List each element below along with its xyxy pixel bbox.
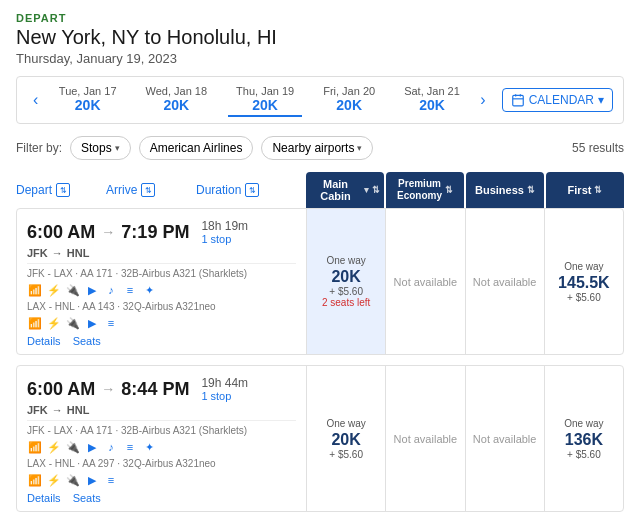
detail2-0: LAX - HNL · AA 143 · 32Q-Airbus A321neo [27, 301, 296, 312]
flight-info-1: 6:00 AM → 8:44 PM 19h 44m 1 stop JFK → H… [17, 366, 307, 511]
first-header[interactable]: First ⇅ [546, 172, 624, 208]
usb-icon: 🔌 [65, 282, 81, 298]
date-points-4: 20K [404, 97, 460, 113]
depart-label: DEPART [16, 12, 624, 24]
cabin-headers: Main Cabin ▾ ⇅ PremiumEconomy ⇅ Business… [306, 172, 624, 208]
date-label-3: Fri, Jan 20 [323, 85, 375, 97]
first-price-fee-1: + $5.60 [567, 449, 601, 460]
business-cell-0: Not available [466, 209, 545, 354]
route-date: Thursday, January 19, 2023 [16, 51, 624, 66]
flight-col-headers: Depart ⇅ Arrive ⇅ Duration ⇅ [16, 172, 306, 208]
arrive-time-0: 7:19 PM [121, 222, 189, 243]
depart-airport-1: JFK [27, 404, 48, 416]
power-icon: ⚡ [46, 472, 62, 488]
date-points-1: 20K [146, 97, 208, 113]
duration-col-header[interactable]: Duration ⇅ [196, 178, 296, 202]
main-price-amount-1: 20K [331, 431, 360, 449]
first-cell-1[interactable]: One way 136K + $5.60 [545, 366, 623, 511]
seat-icon: ≡ [103, 315, 119, 331]
date-next-arrow[interactable]: › [474, 91, 491, 109]
main-price-label-1: One way [326, 418, 365, 429]
seats-link-0[interactable]: Seats [73, 335, 101, 348]
flights-container: 6:00 AM → 7:19 PM 18h 19m 1 stop JFK → H… [16, 208, 624, 512]
stops-filter[interactable]: Stops ▾ [70, 136, 131, 160]
duration-0: 18h 19m [201, 219, 248, 233]
music-icon: ♪ [103, 282, 119, 298]
depart-col-header[interactable]: Depart ⇅ [16, 178, 106, 202]
food-icon: ✦ [141, 439, 157, 455]
cabin-cells-1: One way 20K + $5.60 Not available Not av… [307, 366, 623, 511]
date-item-3[interactable]: Fri, Jan 2020K [315, 83, 383, 117]
date-prev-arrow[interactable]: ‹ [27, 91, 44, 109]
date-item-1[interactable]: Wed, Jan 1820K [138, 83, 216, 117]
premium-economy-header[interactable]: PremiumEconomy ⇅ [386, 172, 464, 208]
first-price-fee-0: + $5.60 [567, 292, 601, 303]
usb-icon: 🔌 [65, 439, 81, 455]
premium-unavailable-1: Not available [394, 433, 458, 445]
first-sort-icon: ⇅ [594, 185, 602, 195]
amenities1-0: 📶⚡🔌▶♪≡✦ [27, 282, 296, 298]
premium-cell-0: Not available [386, 209, 465, 354]
video-icon: ▶ [84, 439, 100, 455]
filter-bar: Filter by: Stops ▾ American Airlines Nea… [16, 136, 624, 160]
power-icon: ⚡ [46, 282, 62, 298]
date-label-1: Wed, Jan 18 [146, 85, 208, 97]
airline-filter[interactable]: American Airlines [139, 136, 254, 160]
flight-row-0: 6:00 AM → 7:19 PM 18h 19m 1 stop JFK → H… [16, 208, 624, 355]
nearby-filter[interactable]: Nearby airports ▾ [261, 136, 373, 160]
details-link-1[interactable]: Details [27, 492, 61, 505]
duration-sort-icon: ⇅ [245, 183, 259, 197]
first-cell-0[interactable]: One way 145.5K + $5.60 [545, 209, 623, 354]
duration-1: 19h 44m [201, 376, 248, 390]
date-label-2: Thu, Jan 19 [236, 85, 294, 97]
amenities2-1: 📶⚡🔌▶≡ [27, 472, 296, 488]
duration-col-label: Duration [196, 183, 241, 197]
business-unavailable-0: Not available [473, 276, 537, 288]
airline-label: American Airlines [150, 141, 243, 155]
date-item-0[interactable]: Tue, Jan 1720K [51, 83, 125, 117]
date-points-2: 20K [236, 97, 294, 113]
filter-by-label: Filter by: [16, 141, 62, 155]
main-cabin-cell-1[interactable]: One way 20K + $5.60 [307, 366, 386, 511]
seat-icon: ≡ [122, 439, 138, 455]
seats-link-1[interactable]: Seats [73, 492, 101, 505]
first-price-label-1: One way [564, 418, 603, 429]
business-cell-1: Not available [466, 366, 545, 511]
nearby-label: Nearby airports [272, 141, 354, 155]
first-price-label-0: One way [564, 261, 603, 272]
date-item-2[interactable]: Thu, Jan 1920K [228, 83, 302, 117]
calendar-button[interactable]: CALENDAR ▾ [502, 88, 613, 112]
arrive-col-header[interactable]: Arrive ⇅ [106, 178, 196, 202]
flight-info-0: 6:00 AM → 7:19 PM 18h 19m 1 stop JFK → H… [17, 209, 307, 354]
stops-label: Stops [81, 141, 112, 155]
arrive-col-label: Arrive [106, 183, 137, 197]
power-icon: ⚡ [46, 439, 62, 455]
main-sort-icon2: ⇅ [372, 185, 380, 195]
date-label-0: Tue, Jan 17 [59, 85, 117, 97]
cabin-cells-0: One way 20K + $5.60 2 seats left Not ava… [307, 209, 623, 354]
date-nav: ‹ Tue, Jan 1720KWed, Jan 1820KThu, Jan 1… [16, 76, 624, 124]
seat-icon: ≡ [122, 282, 138, 298]
main-price-fee-0: + $5.60 [329, 286, 363, 297]
business-header[interactable]: Business ⇅ [466, 172, 544, 208]
wifi-icon: 📶 [27, 282, 43, 298]
power-icon: ⚡ [46, 315, 62, 331]
details-link-0[interactable]: Details [27, 335, 61, 348]
main-price-fee-1: + $5.60 [329, 449, 363, 460]
date-items: Tue, Jan 1720KWed, Jan 1820KThu, Jan 192… [44, 83, 474, 117]
depart-airport-0: JFK [27, 247, 48, 259]
business-unavailable-1: Not available [473, 433, 537, 445]
date-item-4[interactable]: Sat, Jan 2120K [396, 83, 468, 117]
music-icon: ♪ [103, 439, 119, 455]
main-sort-icon: ▾ [364, 185, 369, 195]
main-cabin-header[interactable]: Main Cabin ▾ ⇅ [306, 172, 384, 208]
food-icon: ✦ [141, 282, 157, 298]
depart-sort-icon: ⇅ [56, 183, 70, 197]
calendar-label: CALENDAR [529, 93, 594, 107]
main-cabin-cell-0[interactable]: One way 20K + $5.60 2 seats left [307, 209, 386, 354]
flight-links-0: Details Seats [27, 335, 296, 348]
stops-0: 1 stop [201, 233, 248, 245]
main-cabin-label: Main Cabin [310, 178, 361, 202]
flight-arrow-1: → [101, 381, 115, 397]
main-container: DEPART New York, NY to Honolulu, HI Thur… [0, 0, 640, 516]
